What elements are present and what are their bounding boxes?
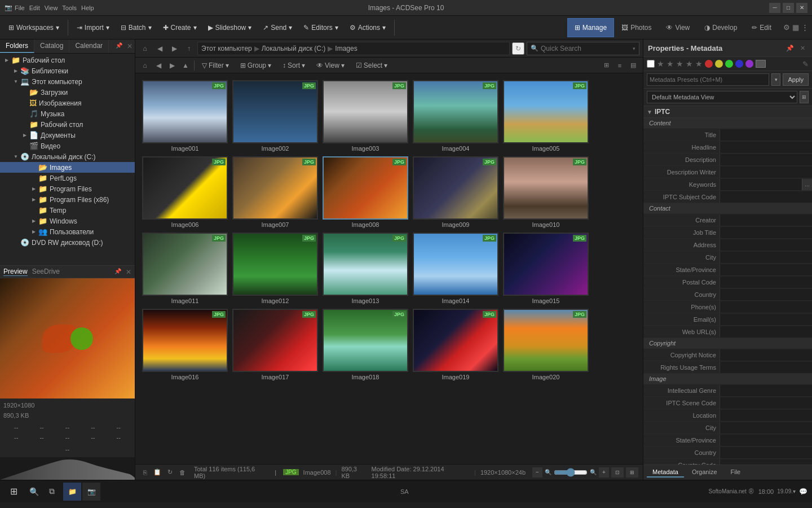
input-state-image[interactable] — [720, 435, 812, 446]
color-green-dot[interactable] — [725, 60, 733, 68]
image-cell-image003[interactable]: JPGImage003 — [320, 78, 411, 154]
input-address[interactable] — [720, 239, 812, 251]
color-blue-dot[interactable] — [735, 60, 743, 68]
image-cell-image009[interactable]: JPGImage009 — [411, 154, 501, 230]
tab-file[interactable]: File — [725, 467, 747, 478]
expand-pf-icon[interactable]: ▶ — [29, 186, 38, 191]
title-bar-menu-tools[interactable]: Tools — [62, 5, 77, 11]
color-yellow-dot[interactable] — [715, 60, 723, 68]
input-job-title[interactable] — [720, 227, 812, 238]
metadata-view-select[interactable]: Default Metadata View — [647, 91, 797, 103]
status-refresh-icon[interactable]: ↻ — [165, 467, 175, 478]
input-intellectual-genre[interactable] — [720, 385, 812, 396]
star-5-icon[interactable]: ★ — [695, 59, 703, 68]
nav-breadcrumb-home[interactable]: ⌂ — [139, 59, 151, 72]
breadcrumb-forward[interactable]: ▶ — [166, 59, 178, 72]
input-emails[interactable] — [720, 314, 812, 325]
tree-item-temp[interactable]: ▶ 📁 Temp — [0, 205, 135, 216]
actual-size-button[interactable]: ⊞ — [626, 467, 638, 478]
tab-metadata[interactable]: Metadata — [647, 467, 684, 478]
title-bar-menu-edit[interactable]: Edit — [29, 5, 40, 11]
input-rights-usage[interactable] — [720, 362, 812, 373]
keywords-expand-button[interactable]: … — [802, 179, 812, 190]
tree-item-thispc[interactable]: ▼ 💻 Этот компьютер — [0, 76, 135, 87]
input-description[interactable] — [720, 154, 812, 165]
input-iptc-scene[interactable] — [720, 397, 812, 409]
slideshow-button[interactable]: ▶ Slideshow ▾ — [203, 18, 257, 37]
filter-button[interactable]: ▽ Filter ▾ — [197, 59, 234, 72]
import-button[interactable]: ⇥ Import ▾ — [72, 18, 114, 37]
star-3-icon[interactable]: ★ — [676, 59, 683, 68]
image-cell-image006[interactable]: JPGImage006 — [140, 154, 230, 230]
tree-item-pictures[interactable]: ▶ 🖼 Изображения — [0, 98, 135, 108]
meta-tag-button[interactable] — [756, 60, 766, 68]
nav-forward-button[interactable]: ▶ — [168, 42, 180, 55]
more-icon[interactable]: ⋮ — [801, 23, 809, 32]
meta-edit-icon[interactable]: ✎ — [802, 60, 809, 68]
presets-dropdown-button[interactable]: ▾ — [771, 73, 780, 86]
expand-libraries-icon[interactable]: ▶ — [11, 68, 20, 73]
tab-seedrive[interactable]: SeeDrive — [32, 268, 60, 276]
tree-item-downloads[interactable]: ▶ 📂 Загрузки — [0, 87, 135, 98]
tree-item-images[interactable]: ▶ 📂 Images — [0, 162, 135, 173]
right-pin-button[interactable]: 📌 — [785, 43, 795, 53]
image-cell-image016[interactable]: JPGImage016 — [140, 306, 230, 383]
expand-users-icon[interactable]: ▶ — [29, 229, 38, 234]
sort-button[interactable]: ↕ Sort ▾ — [277, 59, 310, 72]
tree-item-programfiles[interactable]: ▶ 📁 Program Files — [0, 183, 135, 194]
maximize-button[interactable]: □ — [783, 3, 794, 13]
refresh-button[interactable]: ↻ — [512, 42, 524, 55]
group-button[interactable]: ⊞ Group ▾ — [235, 59, 276, 72]
develop-mode-button[interactable]: ◑ Develop — [697, 18, 744, 37]
tab-folders[interactable]: Folders — [0, 40, 34, 53]
tree-item-ddisk[interactable]: ▶ 💿 DVD RW дисковод (D:) — [0, 237, 135, 248]
tree-item-video[interactable]: ▶ 🎬 Видео — [0, 141, 135, 151]
settings-icon[interactable]: ⚙ — [783, 23, 790, 32]
tab-catalog[interactable]: Catalog — [34, 40, 69, 53]
expand-cdisk-icon[interactable]: ▼ — [11, 154, 20, 159]
tree-item-music[interactable]: ▶ 🎵 Музыка — [0, 108, 135, 119]
tree-item-windows[interactable]: ▶ 📁 Windows — [0, 216, 135, 226]
tree-item-documents[interactable]: ▶ 📄 Документы — [0, 130, 135, 141]
grid-view-button[interactable]: ⊞ — [600, 59, 612, 72]
image-cell-image008[interactable]: JPGImage008 — [320, 154, 411, 230]
photos-mode-button[interactable]: 🖼 Photos — [614, 18, 659, 37]
search-input[interactable] — [541, 45, 630, 52]
input-city-image[interactable] — [720, 422, 812, 433]
view-expand-button[interactable]: ⊞ — [800, 91, 809, 103]
list-view-button[interactable]: ≡ — [614, 59, 626, 72]
nav-up-button[interactable]: ↑ — [183, 42, 195, 55]
right-close-button[interactable]: ✕ — [797, 43, 807, 53]
presets-input[interactable] — [647, 73, 769, 86]
input-state-contact[interactable] — [720, 264, 812, 275]
tab-calendar[interactable]: Calendar — [69, 40, 109, 53]
task-view-button[interactable]: ⧉ — [43, 483, 61, 501]
input-country-code[interactable] — [720, 459, 812, 465]
section-iptc[interactable]: ▼ IPTC — [643, 106, 812, 118]
image-cell-image005[interactable]: JPGImage005 — [501, 78, 591, 154]
input-copyright-notice[interactable] — [720, 349, 812, 361]
workspaces-button[interactable]: ⊞ Workspaces ▾ — [3, 18, 64, 37]
input-iptc-subject[interactable] — [720, 191, 812, 203]
start-button[interactable]: ⊞ — [5, 483, 23, 501]
image-cell-image007[interactable]: JPGImage007 — [230, 154, 320, 230]
panel-pin-icon[interactable]: 📌 — [116, 42, 122, 50]
title-bar-menu-file[interactable]: File — [15, 5, 25, 11]
search-taskbar-button[interactable]: 🔍 — [25, 483, 43, 501]
tree-item-rdesktop[interactable]: ▶ 📁 Рабочий стол — [0, 119, 135, 130]
input-location[interactable] — [720, 410, 812, 421]
manage-mode-button[interactable]: ⊞ Manage — [567, 18, 614, 37]
expand-thispc-icon[interactable]: ▼ — [11, 79, 20, 84]
image-cell-image010[interactable]: JPGImage010 — [501, 154, 591, 230]
image-cell-image002[interactable]: JPGImage002 — [230, 78, 320, 154]
expand-windows-icon[interactable]: ▶ — [29, 218, 38, 224]
input-country-contact[interactable] — [720, 289, 812, 300]
status-delete-icon[interactable]: 🗑 — [177, 467, 187, 478]
image-cell-image012[interactable]: JPGImage012 — [230, 230, 320, 306]
expand-pfx86-icon[interactable]: ▶ — [29, 197, 38, 202]
breadcrumb-back[interactable]: ◀ — [152, 59, 165, 72]
view-filter-button[interactable]: 👁 View ▾ — [311, 59, 350, 72]
batch-button[interactable]: ⊟ Batch ▾ — [116, 18, 157, 37]
input-creator[interactable] — [720, 214, 812, 226]
image-cell-image004[interactable]: JPGImage004 — [411, 78, 501, 154]
